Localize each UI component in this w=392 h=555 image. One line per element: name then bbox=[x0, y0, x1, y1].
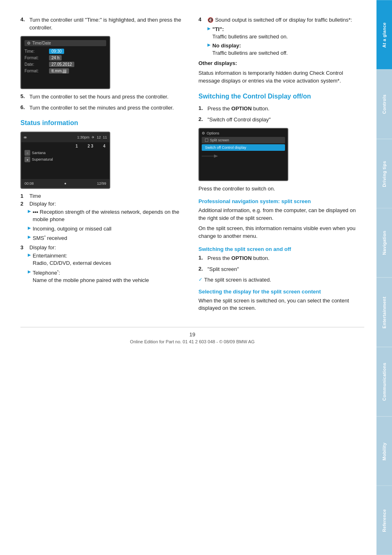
options-item-split: Split screen bbox=[202, 137, 285, 143]
ti-text: "TI":Traffic bulletins are switched on. bbox=[212, 26, 288, 40]
bullet-tri-icon-5: ▶ bbox=[28, 269, 31, 275]
split-step-1: 1. Press the OPTION button. bbox=[198, 255, 364, 262]
list-item-1: 1 Time bbox=[20, 193, 186, 199]
status-heading: Status information bbox=[20, 119, 186, 128]
no-display-bullet: ▶ No display:Traffic bulletins are switc… bbox=[207, 42, 364, 57]
td-label-format2: Format: bbox=[24, 69, 49, 73]
split-step-1-text: Press the OPTION button. bbox=[207, 255, 364, 262]
options-title-text: Options bbox=[207, 131, 219, 135]
list-label-1: Time bbox=[29, 193, 41, 199]
selection-arrow-icon bbox=[202, 153, 218, 159]
step-4: 4. Turn the controller until "Time:" is … bbox=[20, 16, 186, 32]
td-label-time: Time: bbox=[24, 49, 49, 54]
list-3-subitems: ▶ Entertainment:Radio, CD/DVD, external … bbox=[28, 252, 186, 284]
td-value-format1: 24 h bbox=[49, 55, 62, 60]
page-footer: 19 Online Edition for Part no. 01 41 2 6… bbox=[20, 327, 364, 344]
music-row-supernatural: ● Supernatural bbox=[24, 157, 106, 162]
split-step-2: 2. "Split screen" bbox=[198, 266, 364, 273]
pro-nav-text1: Additional information, e.g. from the co… bbox=[198, 207, 364, 222]
step-5-num: 5. bbox=[20, 93, 27, 101]
list-2-subitems: ▶ ••• Reception strength of the wireless… bbox=[28, 208, 186, 242]
sidebar-tab-entertainment[interactable]: Entertainment bbox=[376, 278, 392, 347]
td-value-format2: tt.mm.jjjj bbox=[49, 68, 69, 74]
sidebar: At a glance Controls Driving tips Naviga… bbox=[376, 0, 392, 555]
switching-step-2-text: "Switch off Control display" bbox=[207, 116, 364, 124]
switching-split-heading: Switching the split screen on and off bbox=[198, 246, 364, 252]
sidebar-tab-navigation[interactable]: Navigation bbox=[376, 208, 392, 278]
step-6: 6. Turn the controller to set the minute… bbox=[20, 104, 186, 112]
switching-step-1-num: 1. bbox=[198, 105, 205, 113]
status-bottom-bar: 00:08 ● 12/99 bbox=[21, 179, 109, 188]
td-label-format1: Format: bbox=[24, 56, 49, 60]
split-activated-row: ✓ The split screen is activated. bbox=[198, 277, 364, 283]
copyright-text: Online Edition for Part no. 01 41 2 603 … bbox=[20, 339, 364, 344]
td-row-format2: Format: tt.mm.jjjj bbox=[24, 68, 106, 74]
sub-item-3-1: ▶ Entertainment:Radio, CD/DVD, external … bbox=[28, 252, 186, 267]
two-column-layout: 4. Turn the controller until "Time:" is … bbox=[20, 16, 364, 315]
step-4-text: Turn the controller until "Time:" is hig… bbox=[29, 16, 186, 32]
step-4-num: 4. bbox=[20, 16, 27, 32]
status-markers: 1 2 3 4 bbox=[21, 142, 109, 148]
sidebar-tab-mobility[interactable]: Mobility bbox=[376, 416, 392, 486]
list-num-2: 2 bbox=[20, 201, 26, 207]
sub-item-2-3: ▶ SMS* received bbox=[28, 234, 186, 242]
timedate-title: Time/Date bbox=[32, 41, 51, 45]
highlight-indicator bbox=[202, 153, 285, 159]
step-6-num: 6. bbox=[20, 104, 27, 112]
list-item-2: 2 Display for: bbox=[20, 201, 186, 207]
step4-main-text: Sound output is switched off or display … bbox=[215, 17, 352, 23]
list-label-3: Display for: bbox=[29, 244, 56, 251]
sidebar-tab-communications[interactable]: Communications bbox=[376, 347, 392, 416]
track-santana: Santana bbox=[32, 151, 46, 155]
options-screenshot: ⚙ Options Split screen Switch off Contro… bbox=[198, 128, 288, 181]
td-value-date: 27.05.2012 bbox=[49, 62, 74, 67]
right-column: 4 🔇 Sound output is switched off or disp… bbox=[198, 16, 364, 315]
step-5: 5. Turn the controller to set the hours … bbox=[20, 93, 186, 101]
switching-step-2: 2. "Switch off Control display" bbox=[198, 116, 364, 124]
bullet-tri-icon: ▶ bbox=[28, 208, 31, 214]
td-row-time: Time: 09:30 bbox=[24, 49, 106, 54]
split-step-2-text: "Split screen" bbox=[207, 266, 364, 273]
sub-item-2-2-text: Incoming, outgoing or missed call bbox=[33, 225, 111, 233]
switch-off-label: Switch off Control display bbox=[205, 145, 246, 150]
timedate-titlebar: ⚙ Time/Date bbox=[24, 40, 106, 46]
split-step-2-num: 2. bbox=[198, 266, 205, 273]
td-row-format1: Format: 24 h bbox=[24, 55, 106, 60]
sub-item-3-2: ▶ Telephone*:Name of the mobile phone pa… bbox=[28, 269, 186, 284]
list-item-3: 3 Display for: bbox=[20, 244, 186, 251]
split-step-1-num: 1. bbox=[198, 255, 205, 262]
options-item-switch-off: Switch off Control display bbox=[202, 144, 285, 151]
sub-item-2-3-text: SMS* received bbox=[33, 234, 67, 242]
options-icon: ⚙ bbox=[202, 131, 205, 135]
sub-item-3-1-text: Entertainment:Radio, CD/DVD, external de… bbox=[33, 252, 111, 267]
other-displays-text: Status information is temporarily hidden… bbox=[198, 69, 364, 85]
no-display-tri-icon: ▶ bbox=[207, 42, 211, 48]
no-display-text: No display:Traffic bulletins are switche… bbox=[212, 42, 288, 57]
list-label-2: Display for: bbox=[29, 201, 56, 207]
list-section: 1 Time 2 Display for: ▶ ••• Reception st… bbox=[20, 193, 186, 284]
step-6-text: Turn the controller to set the minutes a… bbox=[29, 104, 186, 112]
bullet-tri-icon-3: ▶ bbox=[28, 234, 31, 240]
sidebar-tab-at-a-glance[interactable]: At a glance bbox=[376, 0, 392, 69]
speaker-off-icon: 🔇 bbox=[207, 17, 214, 23]
sidebar-tab-reference[interactable]: Reference bbox=[376, 486, 392, 555]
checkmark-icon: ✓ bbox=[198, 277, 203, 282]
sidebar-tab-controls[interactable]: Controls bbox=[376, 69, 392, 139]
switching-heading: Switching the Control Display off/on bbox=[198, 92, 364, 101]
sidebar-tab-driving-tips[interactable]: Driving tips bbox=[376, 139, 392, 208]
music-area: ♫ Santana ● Supernatural bbox=[21, 148, 109, 165]
track-num: 12/99 bbox=[97, 181, 106, 186]
svg-marker-1 bbox=[214, 154, 218, 158]
pro-nav-text2: On the split screen, this information re… bbox=[198, 225, 364, 240]
td-row-date: Date: 27.05.2012 bbox=[24, 62, 106, 67]
td-label-date: Date: bbox=[24, 62, 49, 67]
page-number: 19 bbox=[20, 331, 364, 338]
options-title: ⚙ Options bbox=[202, 131, 285, 135]
list-num-1: 1 bbox=[20, 193, 26, 199]
right-step-4-num: 4 bbox=[198, 16, 205, 24]
left-column: 4. Turn the controller until "Time:" is … bbox=[20, 16, 186, 315]
ti-tri-icon: ▶ bbox=[207, 26, 211, 31]
status-time: 1:30pm ✈ 12 11 bbox=[77, 135, 107, 139]
switching-step-1: 1. Press the OPTION button. bbox=[198, 105, 364, 113]
selecting-heading: Selecting the display for the split scre… bbox=[198, 289, 364, 295]
